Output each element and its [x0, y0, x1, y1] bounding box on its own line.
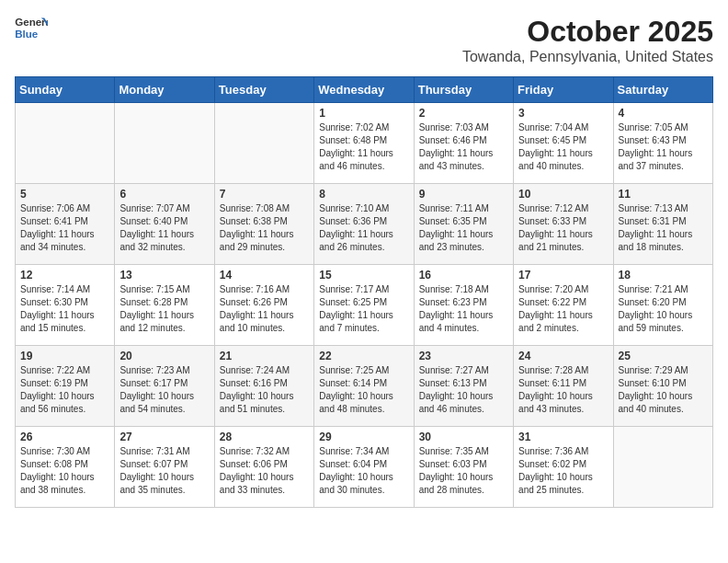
day-info: Sunrise: 7:06 AMSunset: 6:41 PMDaylight:… [20, 202, 109, 254]
day-number: 31 [518, 431, 608, 443]
day-info: Sunrise: 7:13 AMSunset: 6:31 PMDaylight:… [619, 202, 708, 254]
col-sunday: Sunday [16, 77, 115, 103]
day-info: Sunrise: 7:36 AMSunset: 6:02 PMDaylight:… [518, 445, 608, 497]
day-number: 12 [20, 269, 109, 282]
table-row: 23Sunrise: 7:27 AMSunset: 6:13 PMDayligh… [414, 346, 513, 427]
day-number: 19 [20, 350, 109, 362]
day-info: Sunrise: 7:31 AMSunset: 6:07 PMDaylight:… [119, 445, 209, 497]
table-row: 31Sunrise: 7:36 AMSunset: 6:02 PMDayligh… [514, 427, 613, 508]
day-info: Sunrise: 7:11 AMSunset: 6:35 PMDaylight:… [419, 202, 508, 254]
day-info: Sunrise: 7:04 AMSunset: 6:45 PMDaylight:… [518, 121, 608, 173]
day-info: Sunrise: 7:17 AMSunset: 6:25 PMDaylight:… [319, 283, 408, 335]
day-info: Sunrise: 7:35 AMSunset: 6:03 PMDaylight:… [419, 445, 508, 497]
table-row: 4Sunrise: 7:05 AMSunset: 6:43 PMDaylight… [613, 103, 712, 184]
table-row: 7Sunrise: 7:08 AMSunset: 6:38 PMDaylight… [214, 184, 313, 265]
day-info: Sunrise: 7:15 AMSunset: 6:28 PMDaylight:… [119, 283, 209, 335]
day-number: 27 [119, 431, 209, 443]
day-info: Sunrise: 7:18 AMSunset: 6:23 PMDaylight:… [419, 283, 508, 335]
table-row: 13Sunrise: 7:15 AMSunset: 6:28 PMDayligh… [115, 265, 214, 346]
title-section: October 2025 Towanda, Pennsylvania, Unit… [462, 15, 713, 65]
day-info: Sunrise: 7:20 AMSunset: 6:22 PMDaylight:… [518, 283, 608, 335]
table-row: 8Sunrise: 7:10 AMSunset: 6:36 PMDaylight… [314, 184, 414, 265]
day-number: 29 [319, 431, 408, 443]
day-info: Sunrise: 7:08 AMSunset: 6:38 PMDaylight:… [220, 202, 309, 254]
day-info: Sunrise: 7:16 AMSunset: 6:26 PMDaylight:… [220, 283, 309, 335]
day-number: 5 [20, 188, 109, 201]
day-number: 14 [220, 269, 309, 282]
day-info: Sunrise: 7:14 AMSunset: 6:30 PMDaylight:… [20, 283, 109, 335]
table-row: 2Sunrise: 7:03 AMSunset: 6:46 PMDaylight… [414, 103, 513, 184]
day-info: Sunrise: 7:28 AMSunset: 6:11 PMDaylight:… [518, 364, 608, 416]
calendar-title: October 2025 [462, 15, 713, 49]
table-row [115, 103, 214, 184]
table-row [214, 103, 313, 184]
table-row: 24Sunrise: 7:28 AMSunset: 6:11 PMDayligh… [514, 346, 613, 427]
day-info: Sunrise: 7:05 AMSunset: 6:43 PMDaylight:… [619, 121, 708, 173]
table-row: 26Sunrise: 7:30 AMSunset: 6:08 PMDayligh… [16, 427, 115, 508]
day-info: Sunrise: 7:24 AMSunset: 6:16 PMDaylight:… [220, 364, 309, 416]
header: General Blue October 2025 Towanda, Penns… [15, 15, 713, 65]
table-row: 27Sunrise: 7:31 AMSunset: 6:07 PMDayligh… [115, 427, 214, 508]
day-number: 21 [220, 350, 309, 362]
day-info: Sunrise: 7:23 AMSunset: 6:17 PMDaylight:… [119, 364, 209, 416]
day-number: 24 [518, 350, 608, 362]
table-row: 29Sunrise: 7:34 AMSunset: 6:04 PMDayligh… [314, 427, 414, 508]
logo: General Blue [15, 15, 48, 44]
day-number: 3 [518, 107, 608, 120]
day-info: Sunrise: 7:02 AMSunset: 6:48 PMDaylight:… [319, 121, 408, 173]
table-row: 22Sunrise: 7:25 AMSunset: 6:14 PMDayligh… [314, 346, 414, 427]
day-number: 8 [319, 188, 408, 201]
day-number: 23 [419, 350, 508, 362]
calendar-subtitle: Towanda, Pennsylvania, United States [462, 49, 713, 65]
table-row [16, 103, 115, 184]
logo-icon: General Blue [15, 15, 48, 44]
day-info: Sunrise: 7:03 AMSunset: 6:46 PMDaylight:… [419, 121, 508, 173]
table-row: 12Sunrise: 7:14 AMSunset: 6:30 PMDayligh… [16, 265, 115, 346]
table-row: 28Sunrise: 7:32 AMSunset: 6:06 PMDayligh… [214, 427, 313, 508]
day-info: Sunrise: 7:25 AMSunset: 6:14 PMDaylight:… [319, 364, 408, 416]
table-row: 6Sunrise: 7:07 AMSunset: 6:40 PMDaylight… [115, 184, 214, 265]
table-row: 19Sunrise: 7:22 AMSunset: 6:19 PMDayligh… [16, 346, 115, 427]
table-row: 5Sunrise: 7:06 AMSunset: 6:41 PMDaylight… [16, 184, 115, 265]
svg-text:Blue: Blue [15, 29, 39, 40]
header-row: Sunday Monday Tuesday Wednesday Thursday… [16, 77, 713, 103]
day-number: 4 [619, 107, 708, 120]
table-row: 14Sunrise: 7:16 AMSunset: 6:26 PMDayligh… [214, 265, 313, 346]
day-info: Sunrise: 7:30 AMSunset: 6:08 PMDaylight:… [20, 445, 109, 497]
day-number: 28 [220, 431, 309, 443]
table-row: 9Sunrise: 7:11 AMSunset: 6:35 PMDaylight… [414, 184, 513, 265]
day-number: 25 [619, 350, 708, 362]
table-row: 11Sunrise: 7:13 AMSunset: 6:31 PMDayligh… [613, 184, 712, 265]
day-number: 20 [119, 350, 209, 362]
day-info: Sunrise: 7:10 AMSunset: 6:36 PMDaylight:… [319, 202, 408, 254]
day-info: Sunrise: 7:27 AMSunset: 6:13 PMDaylight:… [419, 364, 508, 416]
calendar-table: Sunday Monday Tuesday Wednesday Thursday… [15, 76, 713, 508]
day-info: Sunrise: 7:07 AMSunset: 6:40 PMDaylight:… [119, 202, 209, 254]
day-info: Sunrise: 7:22 AMSunset: 6:19 PMDaylight:… [20, 364, 109, 416]
table-row: 10Sunrise: 7:12 AMSunset: 6:33 PMDayligh… [514, 184, 613, 265]
day-info: Sunrise: 7:34 AMSunset: 6:04 PMDaylight:… [319, 445, 408, 497]
day-number: 26 [20, 431, 109, 443]
day-number: 10 [518, 188, 608, 201]
day-number: 9 [419, 188, 508, 201]
table-row: 1Sunrise: 7:02 AMSunset: 6:48 PMDaylight… [314, 103, 414, 184]
col-friday: Friday [514, 77, 613, 103]
table-row [613, 427, 712, 508]
day-number: 1 [319, 107, 408, 120]
col-saturday: Saturday [613, 77, 712, 103]
page-container: General Blue October 2025 Towanda, Penns… [15, 15, 713, 508]
table-row: 15Sunrise: 7:17 AMSunset: 6:25 PMDayligh… [314, 265, 414, 346]
day-number: 15 [319, 269, 408, 282]
table-row: 25Sunrise: 7:29 AMSunset: 6:10 PMDayligh… [613, 346, 712, 427]
table-row: 17Sunrise: 7:20 AMSunset: 6:22 PMDayligh… [514, 265, 613, 346]
col-monday: Monday [115, 77, 214, 103]
day-number: 11 [619, 188, 708, 201]
day-number: 13 [119, 269, 209, 282]
day-number: 6 [119, 188, 209, 201]
table-row: 21Sunrise: 7:24 AMSunset: 6:16 PMDayligh… [214, 346, 313, 427]
col-tuesday: Tuesday [214, 77, 313, 103]
table-row: 3Sunrise: 7:04 AMSunset: 6:45 PMDaylight… [514, 103, 613, 184]
day-info: Sunrise: 7:21 AMSunset: 6:20 PMDaylight:… [619, 283, 708, 335]
day-number: 22 [319, 350, 408, 362]
table-row: 30Sunrise: 7:35 AMSunset: 6:03 PMDayligh… [414, 427, 513, 508]
